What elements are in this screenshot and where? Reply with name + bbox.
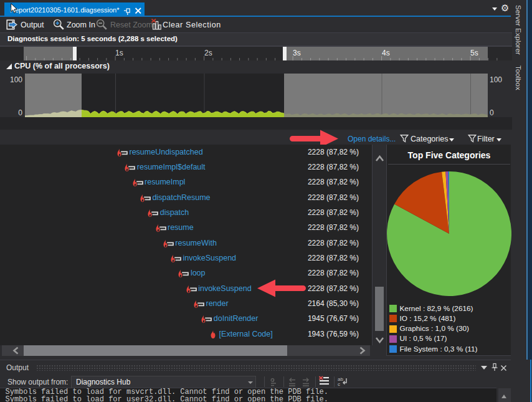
svg-text:c: c: [338, 381, 340, 387]
